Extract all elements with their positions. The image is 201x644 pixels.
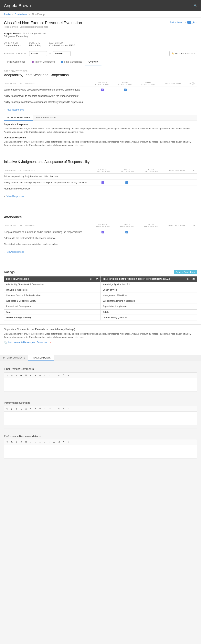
rte-paragraph-btn[interactable]: ¶ [5, 440, 9, 444]
rte-dash-btn[interactable]: — [52, 407, 56, 410]
rte-strikethrough-btn[interactable]: S [19, 374, 23, 377]
rte-expand-btn[interactable]: ↗ [66, 374, 71, 377]
rte-list-btn[interactable]: ⊕ [57, 374, 61, 377]
rte-bold-btn[interactable]: B [10, 440, 14, 444]
rte-paragraph-btn[interactable]: ¶ [5, 407, 9, 410]
rte-align-left-btn[interactable]: ≡ [28, 440, 33, 444]
rte-expand-btn[interactable]: ↗ [66, 440, 71, 444]
unsatisfactory-header: UNSATISFACTORY [163, 167, 191, 174]
exceeds-cell[interactable]: ✓ [91, 87, 114, 93]
strengths-text-area[interactable] [4, 411, 197, 425]
rte-bold-btn[interactable]: B [10, 407, 14, 410]
period-from-input[interactable] [29, 51, 47, 56]
rating-row-label: Budget Management, if applicable [103, 300, 183, 302]
rte-align-left-btn[interactable]: ≡ [28, 407, 33, 410]
rte-paragraph-btn[interactable]: ¶ [5, 374, 9, 377]
check-mark: ✓ [102, 231, 104, 234]
tab-final-conference[interactable]: Final Conference [58, 58, 85, 66]
hide-responses-link[interactable]: Hide Responses [6, 107, 24, 113]
strengths-toolbar: ¶ B I S ▤ ≡ ≡ ≡ ∞ ↩ — ⊕ ❝ ↗ [4, 406, 197, 411]
app-title: Angela Brown [4, 3, 31, 8]
ne-header: NE ? [186, 80, 197, 87]
unsat-cell[interactable] [160, 87, 186, 93]
view-responses-link[interactable]: View Responses [6, 194, 24, 199]
meets-header: MEETSEXPECTATIONS [115, 167, 139, 174]
rte-format-btn[interactable]: ▤ [24, 440, 28, 444]
employee-info: Angela Brown | Title for Angela Brown Br… [0, 30, 201, 40]
rte-expand-btn[interactable]: ↗ [66, 407, 71, 410]
rte-align-center-btn[interactable]: ≡ [33, 374, 38, 377]
toggle-track[interactable] [187, 20, 194, 24]
interim-dot [32, 61, 34, 63]
final-responses-tab[interactable]: FINAL RESPONSES [33, 115, 60, 120]
rte-strikethrough-btn[interactable]: S [19, 440, 23, 444]
rte-italic-btn[interactable]: I [14, 374, 19, 377]
attachment-icon: 📎 [4, 341, 7, 344]
search-icon[interactable]: 🔍 [194, 4, 197, 7]
rte-bold-btn[interactable]: B [10, 374, 14, 377]
period-to-input[interactable] [53, 51, 71, 56]
toggle-switch[interactable]: Off On [184, 20, 197, 24]
table-row: Ability to adjust well to changing condi… [4, 93, 197, 99]
attachment-remove-icon[interactable]: ✕ [50, 341, 52, 344]
meets-cell[interactable]: ✓ [115, 180, 139, 186]
tab-interim-conference[interactable]: Interim Conference [28, 58, 58, 66]
supervisor-response-label: Supervisor Response [4, 123, 197, 126]
rte-undo-btn[interactable]: ↩ [47, 407, 52, 410]
interim-responses-tab[interactable]: INTERIM RESPONSES [4, 115, 33, 120]
recommendations-toolbar: ¶ B I S ▤ ≡ ≡ ≡ ∞ ↩ — ⊕ ❝ ↗ [4, 439, 197, 445]
breadcrumb-profile[interactable]: Profile [4, 13, 10, 16]
rte-dash-btn[interactable]: — [52, 440, 56, 444]
final-review-text-area[interactable] [4, 378, 197, 392]
interim-comments-tab[interactable]: INTERIM COMMENTS [0, 355, 28, 361]
check-mark-blue: ✓ [126, 181, 128, 184]
rte-align-center-btn[interactable]: ≡ [33, 407, 38, 410]
rte-format-btn[interactable]: ▤ [24, 374, 28, 377]
final-comments-tab[interactable]: FINAL COMMENTS [28, 355, 54, 361]
rte-quote-btn[interactable]: ❝ [62, 374, 66, 377]
performance-recommendations-block: Performance Recommendations ¶ B I S ▤ ≡ … [4, 428, 197, 462]
rte-align-right-btn[interactable]: ≡ [38, 374, 42, 377]
hide-signatures-button[interactable]: ✏️ HIDE SIGNATURES [170, 51, 197, 56]
ne-cell[interactable] [186, 87, 197, 93]
attachment-filename[interactable]: Improvement-Plan-Angela_Brown.doc [8, 341, 48, 344]
rte-align-center-btn[interactable]: ≡ [33, 440, 38, 444]
rte-link-btn[interactable]: ∞ [42, 407, 47, 410]
below-cell[interactable] [136, 87, 160, 93]
exceeds-cell[interactable]: ✓ [91, 229, 115, 235]
rte-format-btn[interactable]: ▤ [24, 407, 28, 410]
rte-undo-btn[interactable]: ↩ [47, 374, 52, 377]
list-item: Initiative & Judgement [4, 287, 100, 293]
rte-strikethrough-btn[interactable]: S [19, 407, 23, 410]
rte-link-btn[interactable]: ∞ [42, 374, 47, 377]
rte-undo-btn[interactable]: ↩ [47, 440, 52, 444]
ratings-title: Ratings: [4, 270, 16, 274]
rte-list-btn[interactable]: ⊕ [57, 440, 61, 444]
meets-cell[interactable]: ✓ [115, 229, 139, 235]
rte-align-right-btn[interactable]: ≡ [38, 440, 42, 444]
rte-quote-btn[interactable]: ❝ [62, 407, 66, 410]
exceeds-cell[interactable]: ✓ [91, 180, 115, 186]
rte-align-left-btn[interactable]: ≡ [28, 374, 33, 377]
recommendations-text-area[interactable] [4, 445, 197, 458]
tab-overview[interactable]: Overview [86, 58, 102, 66]
rte-italic-btn[interactable]: I [14, 407, 19, 410]
scoring-breakdown-button[interactable]: Scoring Breakdown [174, 270, 197, 274]
breadcrumb-evaluations[interactable]: Evaluations [15, 13, 27, 16]
supervisor-comments-section: Supervisor Comments: (for Exceeds or Uns… [0, 324, 201, 355]
unsatisfactory-header: UNSATISFACTORY [163, 222, 191, 229]
rte-dash-btn[interactable]: — [52, 374, 56, 377]
rte-list-btn[interactable]: ⊕ [57, 407, 61, 410]
rte-italic-btn[interactable]: I [14, 440, 19, 444]
rte-link-btn[interactable]: ∞ [42, 440, 47, 444]
meets-cell[interactable]: ✓ [114, 87, 137, 93]
performance-recommendations-title: Performance Recommendations [4, 435, 197, 438]
rating-row-label: Workplace & Equipment Safety [6, 300, 87, 302]
rte-quote-btn[interactable]: ❝ [62, 440, 66, 444]
view-responses-link-2[interactable]: View Responses [6, 249, 24, 255]
tab-initial-conference[interactable]: Initial Conference [4, 58, 28, 66]
response-tab-bar: INTERIM RESPONSES FINAL RESPONSES [4, 115, 197, 121]
role-col-title: ROLE SPECIFIC COMPETENCIES & OTHER DEPAR… [103, 278, 170, 280]
rte-align-right-btn[interactable]: ≡ [38, 407, 42, 410]
last-edited-field: LAST EDITED Charlene Lemon - 4/4/16 [49, 42, 75, 47]
